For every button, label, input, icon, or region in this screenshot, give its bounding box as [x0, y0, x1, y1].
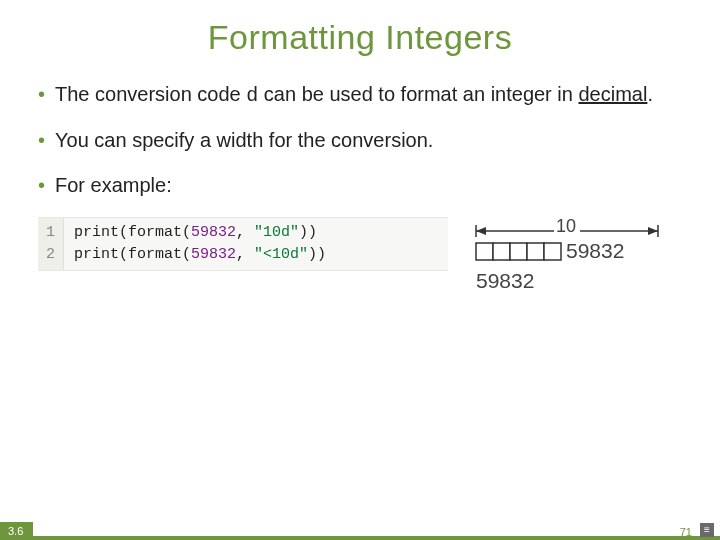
- bullet-1: • The conversion code d can be used to f…: [38, 81, 686, 109]
- bullet-3-text: For example:: [55, 172, 686, 199]
- underline-decimal: decimal: [578, 83, 647, 105]
- svg-rect-8: [510, 243, 527, 260]
- svg-marker-3: [476, 227, 486, 235]
- code-gutter: 1 2: [38, 218, 64, 270]
- svg-rect-7: [493, 243, 510, 260]
- bullet-3: • For example:: [38, 172, 686, 199]
- slide-title: Formatting Integers: [0, 0, 720, 67]
- bullet-dot: •: [38, 127, 45, 154]
- footer-bar: [0, 536, 720, 540]
- slide-body: • The conversion code d can be used to f…: [0, 81, 720, 302]
- menu-icon[interactable]: ≡: [700, 523, 714, 537]
- bullet-2-text: You can specify a width for the conversi…: [55, 127, 686, 154]
- bullet-dot: •: [38, 172, 45, 199]
- svg-rect-10: [544, 243, 561, 260]
- footer-section: 3.6: [0, 522, 33, 540]
- svg-rect-6: [476, 243, 493, 260]
- bullet-1-text: The conversion code d can be used to for…: [55, 81, 686, 109]
- bullet-dot: •: [38, 81, 45, 108]
- code-block: 1 2 print(format(59832, "10d")) print(fo…: [38, 217, 448, 271]
- svg-rect-9: [527, 243, 544, 260]
- footer-page-number: 71: [680, 526, 692, 538]
- slide: Formatting Integers • The conversion cod…: [0, 0, 720, 540]
- diagram-width-label: 10: [556, 216, 576, 237]
- slide-footer: 3.6 71 ≡: [0, 520, 720, 540]
- inline-code-d: d: [246, 84, 258, 107]
- width-diagram: 10 59832 59832: [462, 217, 672, 302]
- example-row: 1 2 print(format(59832, "10d")) print(fo…: [38, 217, 686, 302]
- bullet-2: • You can specify a width for the conver…: [38, 127, 686, 154]
- diagram-number-top: 59832: [566, 239, 624, 263]
- svg-marker-4: [648, 227, 658, 235]
- diagram-number-bottom: 59832: [476, 269, 534, 293]
- code-body: print(format(59832, "10d")) print(format…: [64, 218, 336, 270]
